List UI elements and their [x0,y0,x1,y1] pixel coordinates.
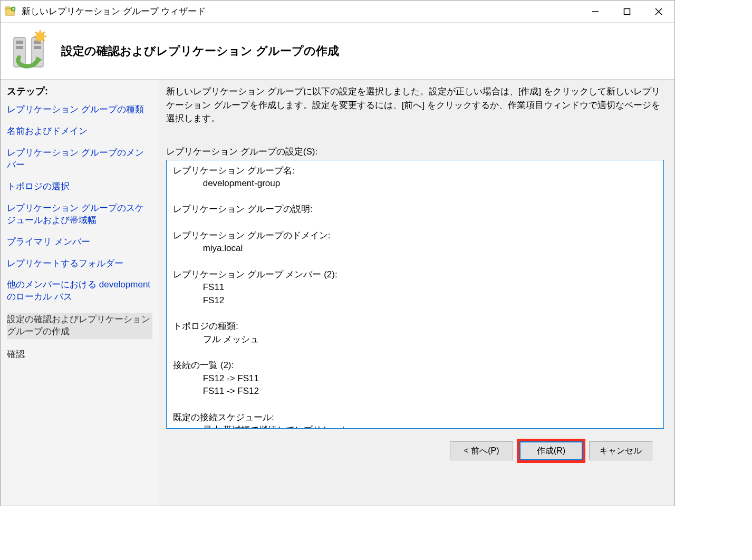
svg-rect-9 [16,46,23,49]
step-schedule-bandwidth[interactable]: レプリケーション グループのスケジュールおよび帯域幅 [7,202,152,227]
step-confirm[interactable]: 確認 [7,349,152,361]
step-local-path[interactable]: 他のメンバーにおける development のローカル パス [7,279,152,303]
steps-sidebar: ステップ: レプリケーション グループの種類 名前およびドメイン レプリケーショ… [1,80,159,506]
close-button[interactable] [643,1,674,22]
window-controls [580,1,674,22]
cancel-button[interactable]: キャンセル [589,441,652,460]
header-banner: 設定の確認およびレプリケーション グループの作成 [1,23,674,80]
svg-rect-1 [6,7,10,9]
wizard-window: 新しいレプリケーション グループ ウィザード [0,0,675,506]
window-title: 新しいレプリケーション グループ ウィザード [22,5,580,17]
back-button[interactable]: < 前へ(P) [450,441,513,460]
svg-line-19 [35,32,37,33]
titlebar: 新しいレプリケーション グループ ウィザード [1,1,674,23]
wizard-icon [7,28,52,73]
maximize-button[interactable] [611,1,643,22]
settings-textbox[interactable]: レプリケーション グループ名: development-group レプリケーシ… [166,160,664,429]
svg-rect-4 [624,8,630,14]
settings-label: レプリケーション グループの設定(S): [166,146,664,158]
step-review-create[interactable]: 設定の確認およびレプリケーション グループの作成 [7,313,152,339]
step-members[interactable]: レプリケーション グループのメンバー [7,147,152,171]
page-title: 設定の確認およびレプリケーション グループの作成 [61,43,339,59]
step-folders[interactable]: レプリケートするフォルダー [7,258,152,270]
step-group-type[interactable]: レプリケーション グループの種類 [7,104,152,116]
svg-line-22 [43,32,44,33]
step-name-domain[interactable]: 名前およびドメイン [7,125,152,138]
body-area: ステップ: レプリケーション グループの種類 名前およびドメイン レプリケーショ… [1,80,674,506]
steps-heading: ステップ: [7,85,152,98]
window-icon [5,6,16,17]
main-panel: 新しいレプリケーション グループに以下の設定を選択しました。設定が正しい場合は、… [159,80,674,506]
step-topology[interactable]: トポロジの選択 [7,181,152,193]
create-button[interactable]: 作成(R) [519,441,583,460]
minimize-button[interactable] [580,1,611,22]
svg-rect-8 [16,41,23,44]
wizard-button-bar: < 前へ(P) 作成(R) キャンセル [166,429,664,474]
step-primary-member[interactable]: プライマリ メンバー [7,236,152,248]
svg-rect-12 [34,46,41,49]
instruction-text: 新しいレプリケーション グループに以下の設定を選択しました。設定が正しい場合は、… [166,85,664,125]
